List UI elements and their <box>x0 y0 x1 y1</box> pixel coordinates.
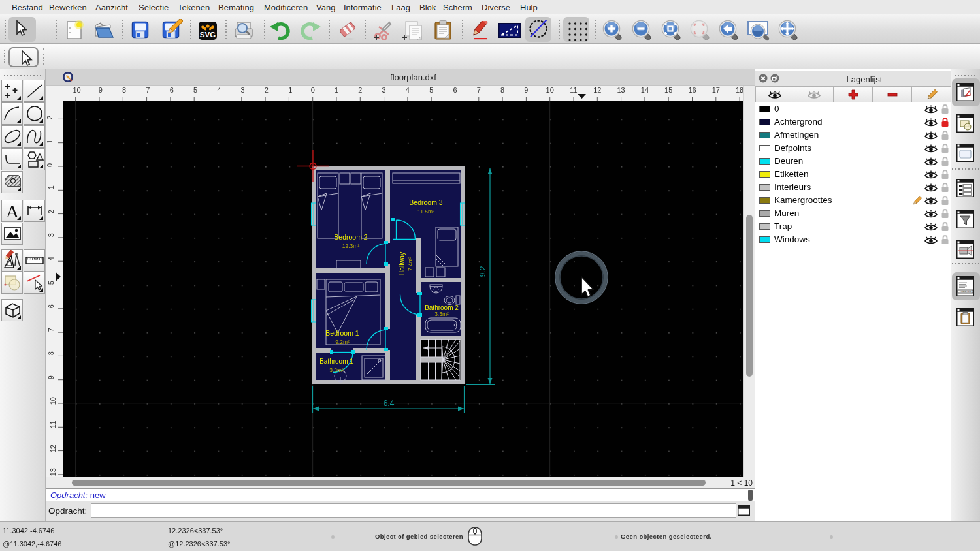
svg-text:Hallway: Hallway <box>398 251 406 276</box>
svg-text:A: A <box>6 202 19 221</box>
svg-text:11.5m²: 11.5m² <box>417 208 434 215</box>
svg-text:12.3m²: 12.3m² <box>342 243 360 249</box>
svg-text:9.2: 9.2 <box>478 266 487 277</box>
svg-text:Bathroom 1: Bathroom 1 <box>319 358 353 365</box>
svg-text:3.3m²: 3.3m² <box>329 367 344 373</box>
svg-text:SVG: SVG <box>200 31 216 39</box>
svg-text:command: command <box>960 290 972 293</box>
svg-text:Bedroom 2: Bedroom 2 <box>334 233 368 241</box>
svg-text:Bedroom 3: Bedroom 3 <box>409 198 443 206</box>
svg-text:Bedroom 1: Bedroom 1 <box>325 329 359 337</box>
svg-text:7.4m²: 7.4m² <box>407 257 414 271</box>
svg-text:9.2m²: 9.2m² <box>335 339 350 345</box>
svg-text:6.4: 6.4 <box>384 399 395 408</box>
svg-text:3.3m²: 3.3m² <box>434 311 449 317</box>
